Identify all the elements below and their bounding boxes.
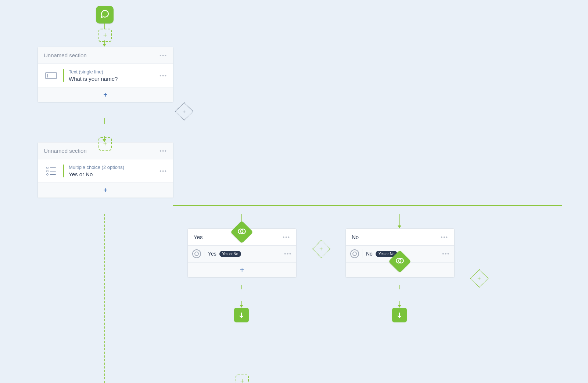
chat-icon <box>100 9 110 20</box>
more-icon[interactable]: ••• <box>442 251 450 257</box>
add-branch-button[interactable]: + <box>470 269 489 288</box>
radio-icon <box>192 249 201 258</box>
add-step-button[interactable]: + <box>98 137 112 151</box>
connector-line <box>104 118 105 124</box>
end-node-no[interactable] <box>392 308 407 322</box>
venn-icon <box>395 256 405 267</box>
connector-hline <box>173 205 562 206</box>
connector-line <box>241 285 242 289</box>
field-question: What is your name? <box>69 76 159 82</box>
accent-bar <box>63 69 64 82</box>
connector-line <box>241 301 242 305</box>
more-icon[interactable]: ••• <box>159 168 167 174</box>
source-field-pill: Yes or No <box>219 251 241 257</box>
plus-icon: + <box>103 91 108 99</box>
multiple-choice-icon <box>44 167 58 176</box>
section-add-field-button[interactable]: + <box>38 87 173 102</box>
add-step-button[interactable]: + <box>236 375 249 383</box>
plus-icon: + <box>183 108 186 114</box>
plus-icon: + <box>103 186 108 195</box>
arrow-down-icon <box>103 44 106 47</box>
more-icon[interactable]: ••• <box>283 234 290 240</box>
connector-dashed <box>104 214 105 383</box>
more-icon[interactable]: ••• <box>159 148 167 154</box>
add-branch-button[interactable]: + <box>312 240 331 259</box>
venn-icon <box>237 227 247 238</box>
accent-bar <box>63 165 64 177</box>
section-header[interactable]: Unnamed section ••• <box>38 47 173 64</box>
branch-add-button[interactable]: + <box>188 262 296 277</box>
separator <box>204 249 204 258</box>
plus-icon: + <box>240 266 244 274</box>
end-node-yes[interactable] <box>234 308 249 322</box>
field-row[interactable]: Text (single line) What is your name? ••… <box>38 64 173 87</box>
field-type-label: Multiple choice (2 options) <box>69 165 159 170</box>
radio-icon <box>350 249 359 258</box>
more-icon[interactable]: ••• <box>159 73 167 79</box>
separator <box>362 249 362 258</box>
branch-title: Yes <box>194 234 202 240</box>
section-card-1[interactable]: Unnamed section ••• Text (single line) W… <box>37 47 173 102</box>
connector-line <box>399 214 400 225</box>
option-label: No <box>366 251 373 257</box>
start-node[interactable] <box>96 6 114 24</box>
section-add-field-button[interactable]: + <box>38 183 173 198</box>
more-icon[interactable]: ••• <box>441 234 448 240</box>
add-branch-button[interactable]: + <box>175 102 194 121</box>
connector-line <box>104 24 105 29</box>
add-step-button[interactable]: + <box>98 29 112 42</box>
section-title: Unnamed section <box>44 148 87 154</box>
field-row[interactable]: Multiple choice (2 options) Yes or No ••… <box>38 159 173 183</box>
option-label: Yes <box>208 251 216 257</box>
connector-line <box>399 301 400 305</box>
arrow-down-icon <box>398 225 401 228</box>
arrow-down-icon <box>240 305 243 308</box>
text-input-icon <box>44 72 58 79</box>
branch-title: No <box>352 234 359 240</box>
more-icon[interactable]: ••• <box>159 53 167 58</box>
connector-line <box>399 285 400 289</box>
branch-header[interactable]: No ••• <box>346 229 454 246</box>
more-icon[interactable]: ••• <box>284 251 292 257</box>
arrow-down-icon <box>398 305 401 308</box>
field-type-label: Text (single line) <box>69 69 159 75</box>
section-title: Unnamed section <box>44 52 87 58</box>
field-question: Yes or No <box>69 171 159 177</box>
branch-option-row[interactable]: Yes Yes or No ••• <box>188 246 296 262</box>
